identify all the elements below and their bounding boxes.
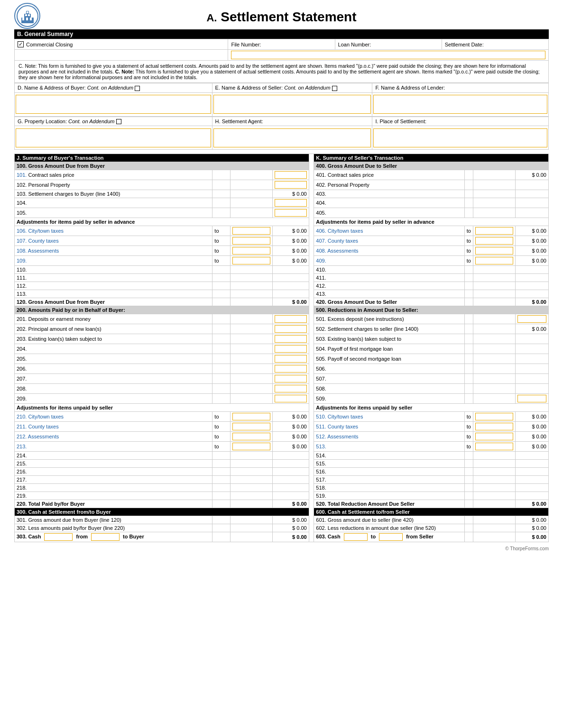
line-206-input[interactable] (275, 365, 306, 373)
line-102-amount[interactable] (273, 180, 309, 190)
line-513-range[interactable] (473, 442, 515, 452)
line-203-amount[interactable] (273, 334, 309, 344)
line-101-input[interactable] (275, 171, 306, 179)
lender-address-input[interactable] (372, 92, 549, 116)
line-101-amount[interactable] (273, 170, 309, 180)
seller-gross-header: 400. Gross Amount Due to Seller (314, 162, 549, 170)
line-209-amount[interactable] (273, 394, 309, 404)
buyer-addendum-checkbox[interactable] (135, 86, 140, 91)
line-510-label: 510. City/town taxes (314, 412, 464, 422)
lender-address-field[interactable] (373, 95, 547, 114)
seller-addendum-checkbox[interactable] (332, 86, 337, 91)
line-407-range[interactable] (473, 236, 515, 246)
line-204-input[interactable] (275, 345, 306, 353)
line-205-amount[interactable] (273, 354, 309, 364)
line-215: 215. (15, 460, 212, 468)
line-509-input[interactable] (517, 395, 546, 402)
line-407-range-input[interactable] (475, 237, 513, 245)
buyer-address-field[interactable] (16, 95, 211, 114)
property-address-input[interactable] (15, 126, 212, 150)
line-205-input[interactable] (275, 355, 306, 363)
line-408-range[interactable] (473, 246, 515, 256)
svg-rect-4 (22, 18, 24, 20)
buyer-address-input[interactable] (15, 92, 212, 116)
line-106-range-input[interactable] (232, 227, 270, 235)
line-404-amount (515, 198, 548, 208)
line-406-range[interactable] (473, 226, 515, 236)
file-loan-date-input[interactable] (231, 51, 545, 59)
line-503: 503. Existing loan(s) taken subject to (314, 334, 464, 344)
line-105-amount[interactable] (273, 208, 309, 218)
seller-address-input[interactable] (212, 92, 372, 116)
line-213-range[interactable] (231, 442, 273, 452)
line-201-amount[interactable] (273, 314, 309, 324)
line-512-range[interactable] (473, 432, 515, 442)
line-108-range[interactable] (231, 246, 273, 256)
line-208-input[interactable] (275, 385, 306, 392)
line-107-range[interactable] (231, 236, 273, 246)
line-211-range-input[interactable] (232, 423, 270, 430)
line-106-range[interactable] (231, 226, 273, 236)
commercial-closing-input-cell (15, 50, 228, 61)
line-211-range[interactable] (231, 422, 273, 432)
place-settlement-input[interactable] (372, 126, 549, 150)
seller-address-field[interactable] (213, 95, 371, 114)
line-502-amount: $ 0.00 (515, 324, 548, 334)
line-513-range-input[interactable] (475, 443, 513, 450)
line-405-label: 405. (314, 208, 464, 218)
line-409-range[interactable] (473, 256, 515, 266)
line-510-range[interactable] (473, 412, 515, 422)
line-515: 515. (314, 460, 464, 468)
line-202-input[interactable] (275, 325, 306, 333)
settlement-agent-input[interactable] (212, 126, 372, 150)
line-603-to-input[interactable] (344, 533, 368, 541)
property-address-field[interactable] (16, 128, 211, 147)
line-409-range-input[interactable] (475, 257, 513, 264)
line-406-range-input[interactable] (475, 227, 513, 235)
line-208-amount[interactable] (273, 384, 309, 394)
line-207-input[interactable] (275, 375, 306, 382)
line-107-range-input[interactable] (232, 237, 270, 245)
line-102-input[interactable] (275, 181, 306, 189)
settlement-date-label: Settlement Date: (445, 42, 484, 47)
settlement-agent-field[interactable] (213, 128, 371, 147)
place-settlement-label-cell: I. Place of Settlement: (372, 117, 549, 126)
line-213-range-input[interactable] (232, 443, 270, 450)
line-501-amount[interactable] (515, 314, 548, 324)
line-303-from-input[interactable] (44, 533, 73, 541)
line-511-range-input[interactable] (475, 423, 513, 430)
line-203-input[interactable] (275, 335, 306, 343)
line-104-input[interactable] (275, 199, 306, 207)
line-504: 504. Payoff of first mortgage loan (314, 344, 464, 354)
line-603-from-input[interactable] (379, 533, 403, 541)
line-408-amount: $ 0.00 (515, 246, 548, 256)
line-209-input[interactable] (275, 395, 306, 402)
line-501-input[interactable] (517, 315, 546, 323)
line-509-amount[interactable] (515, 394, 548, 404)
line-201-input[interactable] (275, 315, 306, 323)
line-511-range[interactable] (473, 422, 515, 432)
line-303-to-input[interactable] (91, 533, 120, 541)
line-108-range-input[interactable] (232, 247, 270, 255)
line-408-range-input[interactable] (475, 247, 513, 255)
place-settlement-field[interactable] (373, 128, 547, 147)
line-510-range-input[interactable] (475, 413, 513, 420)
property-addendum-checkbox[interactable] (116, 119, 121, 124)
line-511-label: 511. County taxes (314, 422, 464, 432)
line-104-amount[interactable] (273, 198, 309, 208)
commercial-closing-checkbox[interactable]: ✓ (18, 41, 24, 47)
line-106-amount: $ 0.00 (273, 226, 309, 236)
line-512-range-input[interactable] (475, 433, 513, 440)
line-202-amount[interactable] (273, 324, 309, 334)
line-210-range-input[interactable] (232, 413, 270, 420)
line-204-amount[interactable] (273, 344, 309, 354)
line-105-input[interactable] (275, 209, 306, 217)
line-210-range[interactable] (231, 412, 273, 422)
line-207-amount[interactable] (273, 374, 309, 384)
line-109-range[interactable] (231, 256, 273, 266)
line-109-range-input[interactable] (232, 257, 270, 264)
line-212-range[interactable] (231, 432, 273, 442)
table-row: 108. Assessments to $ 0.00 408. Assessme… (15, 246, 549, 256)
line-212-range-input[interactable] (232, 433, 270, 440)
line-206-amount[interactable] (273, 364, 309, 374)
